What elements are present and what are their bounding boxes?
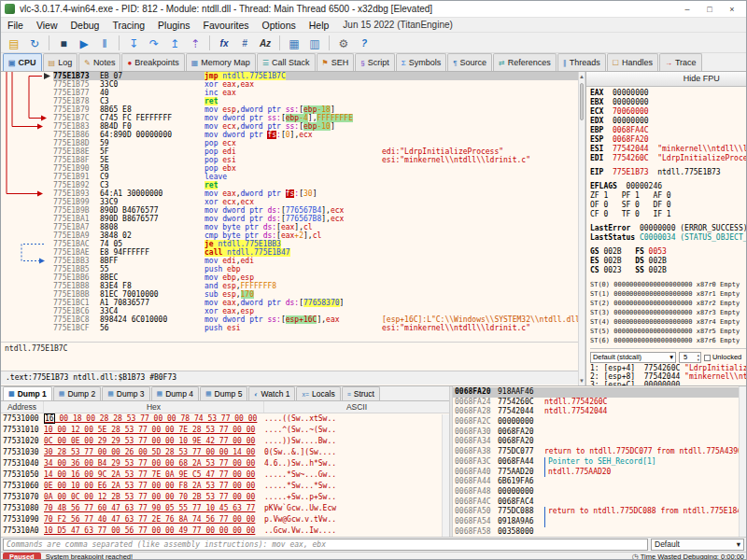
register-row[interactable]: EAX 00000000 [590, 89, 747, 98]
last-error-row[interactable]: LastError 00000000 (ERROR_SUCCESS) [590, 224, 747, 233]
arg-count-stepper[interactable]: 5▴▾ [679, 352, 701, 363]
disasm-row[interactable]: 775E1BBB81EC 70010000sub esp,170 [53, 290, 578, 299]
stack-row[interactable]: 0068FA540918A9A6 [453, 517, 746, 527]
disasm-row[interactable]: 775E1B78C3ret [53, 97, 578, 105]
disasm-row[interactable]: 775E1B8664:890D 00000000mov dword ptr fs… [53, 131, 578, 139]
settings-gear-icon[interactable]: ⚙ [334, 35, 353, 51]
register-row[interactable]: ESP 0068FA20 [590, 135, 747, 145]
menu-item-file[interactable]: File [1, 18, 30, 33]
hash-icon[interactable]: # [235, 35, 254, 51]
fpu-row[interactable]: ST(6) 00000000000000000000 x87r6 Empty [590, 336, 747, 345]
layout-icon[interactable]: ▥ [305, 35, 324, 51]
tab-symbols[interactable]: ΣSymbols [396, 53, 446, 71]
disassembly-scrollbar[interactable]: ▲ ▼ [578, 72, 585, 385]
tab-trace[interactable]: →Trace [659, 53, 702, 71]
stack-row[interactable]: 0068FA20918AAF46 [453, 387, 746, 398]
stack-row[interactable]: 0068FA2C00000000 [453, 417, 746, 427]
stack-row[interactable]: 0068FA38775DC077return to ntdll.775DC077… [453, 447, 746, 457]
tab-references[interactable]: ⇄References [493, 53, 557, 71]
stack-row[interactable]: 0068FA4800000000 [453, 487, 746, 497]
disasm-row[interactable]: 775E1BC633C4xor eax,esp [53, 307, 578, 315]
disasm-row[interactable]: 775E1B92C3ret [53, 181, 578, 189]
stack-row[interactable]: 0068FA247754260Cntdll.7754260C [453, 398, 746, 408]
tab-call-stack[interactable]: ☰Call Stack [257, 53, 316, 71]
dump-row[interactable]: 775310A010 D5 47 63 77 00 56 77 00 00 49… [1, 525, 449, 537]
command-input[interactable] [3, 539, 648, 551]
disassembly-view[interactable]: 775E1B73EB 07jmp ntdll.775E1B7C775E1B753… [1, 72, 578, 342]
fpu-row[interactable]: ST(4) 00000000000000000000 x87r4 Empty [590, 317, 747, 327]
maximize-button[interactable]: □ [699, 3, 720, 16]
fpu-row[interactable]: ST(1) 00000000000000000000 x87r1 Empty [590, 289, 747, 299]
disasm-row[interactable]: 775E1BA93848 02cmp byte ptr ds:[eax+2],c… [53, 231, 578, 240]
disasm-row[interactable]: 775E1BB555push ebp [53, 265, 578, 273]
fpu-row[interactable]: ST(3) 00000000000000000000 x87r3 Empty [590, 308, 747, 317]
disasm-row[interactable]: 775E1B7CC745 FC FEFFFFFFmov dword ptr ss… [53, 114, 578, 122]
segments-row[interactable]: CS 0023 SS 002B [590, 266, 747, 275]
register-row[interactable]: ECX 70060000 [590, 107, 747, 117]
flags-row[interactable]: OF 0 SF 0 DF 0 [590, 201, 747, 210]
disasm-row[interactable]: 775E1B7533C0xor eax,eax [53, 80, 578, 89]
fpu-row[interactable]: ST(5) 00000000000000000000 x87r5 Empty [590, 327, 747, 336]
stack-row[interactable]: 0068FA300068FA20 [453, 427, 746, 438]
dump-tab-locals[interactable]: x=Locals [296, 386, 340, 400]
disasm-row[interactable]: 775E1B838B4D F0mov ecx,dword ptr ss:[ebp… [53, 122, 578, 131]
minimize-button[interactable]: – [677, 3, 698, 16]
disasm-row[interactable]: 775E1BB68BECmov ebp,esp [53, 273, 578, 282]
tab-script[interactable]: §Script [355, 53, 394, 71]
argument-row[interactable]: 1: [esp+4] 7754260C "LdrpInitializeProce… [590, 364, 747, 372]
lock-checkbox[interactable]: Unlocked [704, 353, 741, 362]
disasm-row[interactable]: 775E1BA1890D B8676577mov dword ptr ds:[7… [53, 215, 578, 223]
disasm-row[interactable]: 775E1B9933C9xor ecx,ecx [53, 198, 578, 206]
fpu-row[interactable]: ST(0) 00000000000000000000 x87r0 Empty [590, 280, 747, 289]
dump-row[interactable]: 775310200C 00 0E 00 29 29 53 77 00 00 10… [1, 436, 449, 447]
disasm-row[interactable]: 775E1B9B890D B4676577mov dword ptr ds:[7… [53, 206, 578, 215]
step-into-icon[interactable]: ↧ [124, 35, 143, 51]
tab-breakpoints[interactable]: ●Breakpoints [121, 53, 184, 71]
flags-row[interactable]: CF 0 TF 0 IF 1 [590, 210, 747, 219]
stack-scrollbar[interactable] [739, 386, 746, 537]
memory-map-icon[interactable]: ▦ [285, 35, 303, 51]
disasm-row[interactable]: 775E1BB883E4 F8and esp,FFFFFFF8 [53, 282, 578, 290]
disasm-row[interactable]: 775E1B8E5Fpop ediedi:"LdrpInitializeProc… [53, 147, 578, 156]
pause-icon[interactable]: ‖ [95, 35, 114, 51]
tab-notes[interactable]: ✎Notes [78, 53, 120, 71]
dump-tab-struct[interactable]: ≡Struct [342, 386, 380, 400]
dump-tab-dump-4[interactable]: ▦Dump 4 [151, 386, 199, 400]
segments-row[interactable]: GS 002B FS 0053 [590, 247, 747, 257]
last-status-row[interactable]: LastStatus C0000034 (STATUS_OBJECT_NAME_… [590, 233, 747, 243]
register-row[interactable]: EDI 7754260C "LdrpInitializeProcess" [590, 154, 747, 163]
register-row[interactable]: ESI 77542044 "minkernel\\ntdll\\ldrinit.… [590, 145, 747, 154]
open-folder-icon[interactable]: ▤ [5, 35, 23, 51]
scroll-up-icon[interactable]: ▲ [579, 72, 585, 81]
hide-fpu-button[interactable]: Hide FPU [586, 72, 747, 87]
restart-icon[interactable]: ↻ [25, 35, 44, 51]
register-row[interactable]: EBP 0068FA4C [590, 126, 747, 135]
stack-row[interactable]: 0068FA50775DC088return to ntdll.775DC088… [453, 507, 746, 517]
dump-row[interactable]: 775310700A 00 0C 00 12 2B 53 77 00 00 70… [1, 492, 449, 503]
tab-threads[interactable]: ∥Threads [557, 53, 606, 71]
run-icon[interactable]: ▶ [75, 35, 93, 51]
flags-row[interactable]: ZF 1 PF 1 AF 0 [590, 191, 747, 201]
dump-row[interactable]: 7753101010 00 12 00 5E 28 53 77 00 00 7E… [1, 425, 449, 436]
font-icon[interactable]: Az [256, 35, 275, 51]
help-icon[interactable]: ? [355, 35, 374, 51]
menu-item-debug[interactable]: Debug [64, 18, 106, 33]
tab-memory-map[interactable]: ▦Memory Map [186, 53, 256, 71]
disasm-row[interactable]: 775E1BAC74 05je ntdll.775E1BB3 [53, 240, 578, 248]
fx-icon[interactable]: fx [215, 35, 233, 51]
stack-row[interactable]: 0068FA40775AAD20ntdll.775AAD20 [453, 468, 746, 478]
dump-tab-dump-5[interactable]: ▦Dump 5 [200, 386, 247, 400]
menu-item-plugins[interactable]: Plugins [151, 18, 196, 33]
disasm-row[interactable]: 775E1B9364:A1 30000000mov eax,dword ptr … [53, 189, 578, 198]
disasm-row[interactable]: 775E1B91C9leave [53, 173, 578, 181]
tab-cpu[interactable]: ▣CPU [3, 53, 42, 71]
execute-till-return-icon[interactable]: ↥ [165, 35, 184, 51]
dump-row[interactable]: 7753109070 F2 56 77 40 47 63 77 2E 76 8A… [1, 514, 449, 525]
disasm-row[interactable]: 775E1BA78808mov byte ptr ds:[eax],cl [53, 223, 578, 231]
fpu-row[interactable]: ST(2) 00000000000000000000 x87r2 Empty [590, 299, 747, 308]
tab-handles[interactable]: ☐Handles [607, 53, 658, 71]
dump-row[interactable]: 7753104034 00 36 00 B4 29 53 77 00 00 68… [1, 458, 449, 469]
disasm-row[interactable]: 775E1B7740inc eax [53, 89, 578, 97]
calling-convention-select[interactable]: Default (stdcall)▾ [590, 352, 676, 363]
scrollbar-thumb[interactable] [580, 83, 584, 120]
